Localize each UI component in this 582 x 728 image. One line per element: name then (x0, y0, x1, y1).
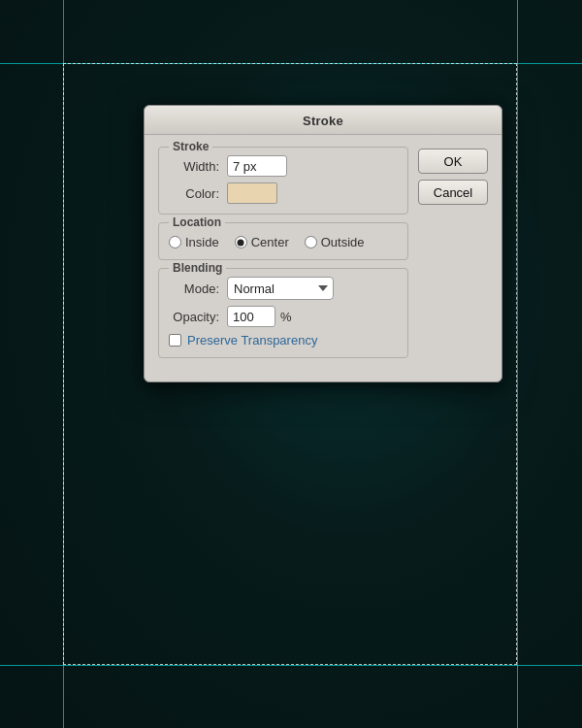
opacity-unit: % (280, 310, 292, 324)
dialog-main: Stroke Width: Color: Location (158, 147, 408, 366)
location-section-label: Location (169, 215, 225, 229)
preserve-transparency-label: Preserve Transparency (187, 333, 317, 347)
preserve-transparency-checkbox[interactable] (169, 334, 181, 347)
cancel-button[interactable]: Cancel (418, 180, 488, 205)
color-row: Color: (169, 182, 398, 204)
stroke-section-label: Stroke (169, 140, 212, 153)
guide-vertical-right (517, 0, 518, 728)
radio-outside-label: Outside (321, 235, 365, 249)
color-swatch[interactable] (227, 182, 277, 204)
radio-center[interactable]: Center (235, 235, 289, 249)
radio-outside[interactable]: Outside (305, 235, 365, 249)
dialog-title: Stroke (303, 114, 343, 128)
radio-inside-circle (169, 236, 181, 248)
opacity-label: Opacity: (169, 310, 219, 324)
stroke-section: Stroke Width: Color: (158, 147, 408, 215)
dialog-body: Stroke Width: Color: Location (145, 135, 501, 381)
stroke-dialog: Stroke Stroke Width: Color: (144, 105, 502, 382)
radio-center-label: Center (251, 235, 289, 249)
guide-vertical-left (63, 0, 64, 728)
radio-inside-label: Inside (185, 235, 219, 249)
width-label: Width: (169, 159, 219, 174)
mode-label: Mode: (169, 281, 219, 296)
opacity-input[interactable] (227, 306, 275, 327)
mode-select[interactable]: Normal Dissolve Multiply Screen Overlay (227, 277, 334, 300)
blending-section: Blending Mode: Normal Dissolve Multiply … (158, 268, 408, 358)
radio-center-circle (235, 236, 247, 248)
opacity-row: Opacity: % (169, 306, 398, 327)
guide-horizontal-bottom (0, 665, 582, 666)
preserve-transparency-row: Preserve Transparency (169, 333, 398, 347)
mode-row: Mode: Normal Dissolve Multiply Screen Ov… (169, 277, 398, 300)
radio-inside[interactable]: Inside (169, 235, 219, 249)
width-input[interactable] (227, 155, 287, 177)
color-label: Color: (169, 186, 219, 201)
blending-section-label: Blending (169, 261, 226, 275)
ok-button[interactable]: OK (418, 149, 488, 174)
radio-outside-circle (305, 236, 317, 248)
width-row: Width: (169, 155, 398, 177)
dialog-titlebar: Stroke (145, 106, 501, 135)
guide-horizontal-top (0, 63, 582, 64)
dialog-buttons: OK Cancel (418, 147, 488, 366)
location-section: Location Inside Center Ou (158, 222, 408, 260)
location-radio-group: Inside Center Outside (169, 231, 398, 249)
